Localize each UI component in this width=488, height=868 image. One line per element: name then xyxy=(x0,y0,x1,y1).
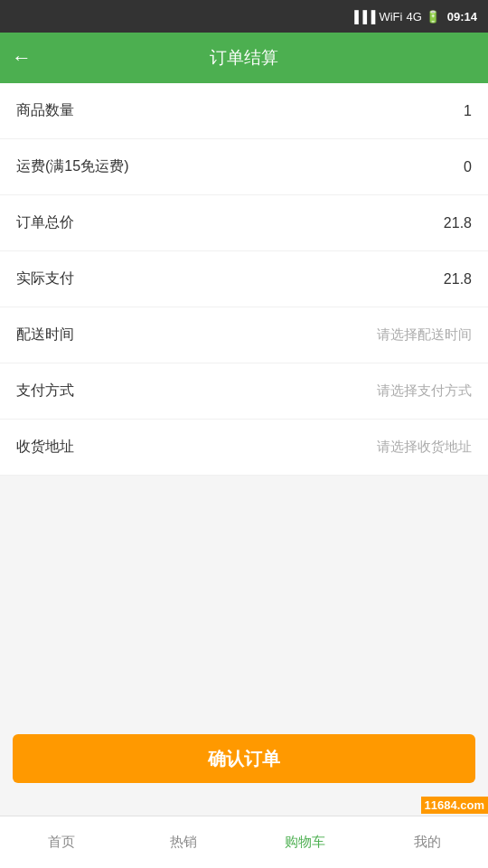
row-value: 21.8 xyxy=(444,215,472,231)
tab-购物车[interactable]: 购物车 xyxy=(244,816,366,868)
row-label: 实际支付 xyxy=(16,269,74,288)
order-row: 商品数量 1 xyxy=(0,83,488,139)
signal-icon: ▐▐▐ xyxy=(351,10,376,24)
header: ← 订单结算 xyxy=(0,33,488,83)
network-icon: 4G xyxy=(406,10,421,24)
row-label: 配送时间 xyxy=(16,326,74,344)
page-title: 订单结算 xyxy=(0,46,488,70)
status-time: 09:14 xyxy=(447,10,477,24)
order-row[interactable]: 配送时间 请选择配送时间 xyxy=(0,307,488,363)
row-label: 收货地址 xyxy=(16,438,74,457)
order-row: 运费(满15免运费) 0 xyxy=(0,139,488,195)
row-value: 请选择收货地址 xyxy=(377,439,472,456)
watermark: 11684.com xyxy=(421,797,489,814)
row-value: 21.8 xyxy=(444,271,472,288)
back-icon: ← xyxy=(12,46,32,70)
tab-首页[interactable]: 首页 xyxy=(0,816,122,868)
row-label: 订单总价 xyxy=(16,213,74,232)
back-button[interactable]: ← xyxy=(0,33,43,83)
row-value: 1 xyxy=(464,103,472,119)
tab-我的[interactable]: 我的 xyxy=(366,816,488,868)
row-value: 请选择支付方式 xyxy=(377,382,472,400)
status-icons: ▐▐▐ WiFi 4G 🔋 xyxy=(351,10,440,24)
order-row[interactable]: 收货地址 请选择收货地址 xyxy=(0,420,488,476)
confirm-order-button[interactable]: 确认订单 xyxy=(13,734,475,783)
order-row[interactable]: 支付方式 请选择支付方式 xyxy=(0,363,488,420)
tab-热销[interactable]: 热销 xyxy=(122,816,244,868)
order-row: 实际支付 21.8 xyxy=(0,251,488,307)
order-row: 订单总价 21.8 xyxy=(0,195,488,251)
tab-bar: 首页热销购物车我的 xyxy=(0,816,488,868)
status-bar: ▐▐▐ WiFi 4G 🔋 09:14 xyxy=(0,0,488,33)
wifi-icon: WiFi xyxy=(379,10,402,24)
row-value: 请选择配送时间 xyxy=(377,326,472,344)
row-label: 商品数量 xyxy=(16,101,74,120)
row-label: 运费(满15免运费) xyxy=(16,157,128,176)
row-label: 支付方式 xyxy=(16,382,74,401)
content-area: 商品数量 1 运费(满15免运费) 0 订单总价 21.8 实际支付 21.8 … xyxy=(0,83,488,731)
battery-icon: 🔋 xyxy=(426,10,440,24)
row-value: 0 xyxy=(464,159,472,175)
